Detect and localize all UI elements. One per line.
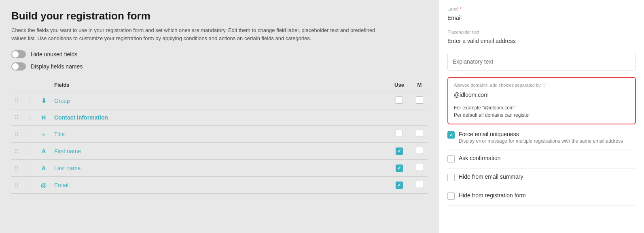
field-type-icon: ⬇ bbox=[40, 97, 48, 105]
field-type-icon: H bbox=[40, 114, 48, 121]
option-divider bbox=[447, 168, 636, 169]
field-name[interactable]: Title bbox=[54, 131, 65, 137]
menu-dots-icon[interactable]: ⋮ bbox=[27, 147, 33, 154]
placeholder-input[interactable] bbox=[447, 36, 636, 46]
table-row: ⠿⋮⬇Group bbox=[11, 92, 428, 109]
option-title: Ask confirmation bbox=[459, 155, 636, 161]
use-checkbox[interactable] bbox=[396, 96, 403, 104]
use-checkbox[interactable] bbox=[396, 147, 403, 155]
left-panel: Build your registration form Check the f… bbox=[0, 0, 439, 233]
drag-icon[interactable]: ⠿ bbox=[15, 98, 19, 104]
mandatory-checkbox[interactable] bbox=[416, 96, 423, 104]
drag-icon[interactable]: ⠿ bbox=[15, 131, 19, 137]
display-names-toggle-row: Display fields names bbox=[11, 62, 428, 71]
option-title: Hide from registration form bbox=[459, 192, 636, 199]
menu-dots-icon[interactable]: ⋮ bbox=[27, 165, 33, 171]
allowed-domains-label: Allowed domains, add choices separated b… bbox=[454, 83, 629, 88]
option-checkbox-hide-registration-form[interactable] bbox=[447, 192, 455, 200]
mandatory-checkbox[interactable] bbox=[416, 147, 423, 154]
explanatory-field-group bbox=[447, 53, 636, 71]
table-row: ⠿⋮≡Title bbox=[11, 126, 428, 143]
table-row: ⠿⋮ALast name bbox=[11, 160, 428, 177]
table-row: ⠿⋮@Email bbox=[11, 177, 428, 194]
use-checkbox[interactable] bbox=[396, 130, 403, 137]
option-divider bbox=[447, 150, 636, 150]
field-type-icon: A bbox=[40, 147, 48, 154]
drag-icon[interactable]: ⠿ bbox=[15, 165, 19, 171]
field-name[interactable]: First name bbox=[54, 148, 81, 154]
col-fields: Fields bbox=[51, 78, 387, 92]
mandatory-checkbox[interactable] bbox=[416, 181, 423, 188]
placeholder-field-label: Placeholder text bbox=[447, 30, 636, 34]
field-type-icon: ≡ bbox=[40, 130, 48, 137]
fields-table: Fields Use M ⠿⋮⬇Group⠿⋮HContact informat… bbox=[11, 78, 428, 194]
allowed-domains-input[interactable] bbox=[454, 90, 629, 100]
field-name[interactable]: Last name bbox=[54, 165, 80, 171]
label-input[interactable] bbox=[447, 13, 636, 23]
table-row: ⠿⋮AFirst name bbox=[11, 143, 428, 160]
allowed-domains-hint: For example "@idloom.com" Per default al… bbox=[454, 104, 629, 119]
display-names-label: Display fields names bbox=[31, 63, 83, 70]
menu-dots-icon[interactable]: ⋮ bbox=[27, 97, 33, 104]
option-title: Force email uniqueness bbox=[459, 131, 636, 137]
option-checkbox-hide-email-summary[interactable] bbox=[447, 174, 455, 181]
menu-dots-icon[interactable]: ⋮ bbox=[27, 130, 33, 137]
option-desc: Display error message for multiple regis… bbox=[459, 138, 636, 144]
menu-dots-icon[interactable]: ⋮ bbox=[27, 182, 33, 188]
use-checkbox[interactable] bbox=[396, 165, 403, 172]
option-row-hide-email-summary: Hide from email summary bbox=[447, 173, 636, 181]
option-checkbox-ask-confirmation[interactable] bbox=[447, 155, 455, 162]
option-checkbox-force-uniqueness[interactable] bbox=[447, 131, 455, 139]
drag-icon[interactable]: ⠿ bbox=[15, 148, 19, 154]
drag-icon[interactable]: ⠿ bbox=[15, 114, 19, 121]
col-use: Use bbox=[387, 78, 411, 92]
field-name[interactable]: Group bbox=[54, 98, 70, 104]
mandatory-checkbox[interactable] bbox=[416, 130, 423, 137]
menu-dots-icon[interactable]: ⋮ bbox=[27, 114, 33, 121]
option-row-force-uniqueness: Force email uniquenessDisplay error mess… bbox=[447, 131, 636, 144]
hide-unused-toggle[interactable] bbox=[11, 50, 26, 58]
hide-unused-label: Hide unused fields bbox=[31, 51, 77, 58]
options-container: Force email uniquenessDisplay error mess… bbox=[447, 131, 636, 206]
label-field-label: Label * bbox=[447, 6, 636, 11]
mandatory-checkbox[interactable] bbox=[416, 164, 423, 171]
option-divider bbox=[447, 187, 636, 187]
field-name[interactable]: Contact information bbox=[54, 114, 108, 121]
placeholder-field-group: Placeholder text bbox=[447, 30, 636, 46]
page-title: Build your registration form bbox=[11, 10, 428, 22]
hide-unused-toggle-row: Hide unused fields bbox=[11, 50, 428, 58]
col-mandatory: M bbox=[411, 78, 428, 92]
label-field-group: Label * bbox=[447, 6, 636, 23]
option-row-hide-registration-form: Hide from registration form bbox=[447, 192, 636, 200]
drag-icon[interactable]: ⠿ bbox=[15, 182, 19, 188]
field-type-icon: @ bbox=[40, 182, 48, 188]
field-name[interactable]: Email bbox=[54, 182, 68, 188]
option-divider bbox=[447, 205, 636, 206]
table-row: ⠿⋮HContact information bbox=[11, 109, 428, 126]
explanatory-input[interactable] bbox=[447, 53, 636, 71]
option-row-ask-confirmation: Ask confirmation bbox=[447, 155, 636, 162]
use-checkbox[interactable] bbox=[396, 182, 403, 189]
display-names-toggle[interactable] bbox=[11, 62, 26, 71]
field-type-icon: A bbox=[40, 165, 48, 171]
page-description: Check the fields you want to use in your… bbox=[11, 26, 375, 42]
right-panel: Label * Placeholder text Allowed domains… bbox=[439, 0, 644, 233]
option-title: Hide from email summary bbox=[459, 173, 636, 180]
allowed-domains-section: Allowed domains, add choices separated b… bbox=[447, 77, 636, 124]
